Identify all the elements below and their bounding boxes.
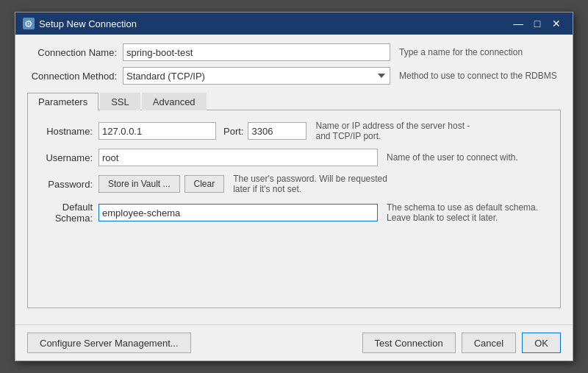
tab-ssl[interactable]: SSL: [100, 93, 140, 110]
dialog-icon: ⚙: [23, 18, 35, 29]
hostname-label: Hostname:: [40, 126, 98, 137]
connection-method-hint: Method to use to connect to the RDBMS: [399, 71, 561, 81]
close-button[interactable]: ✕: [548, 17, 565, 30]
title-bar-controls: — □ ✕: [509, 17, 565, 30]
connection-name-row: Connection Name: Type a name for the con…: [27, 43, 561, 61]
connection-name-input[interactable]: [123, 43, 390, 61]
connection-method-select[interactable]: Standard (TCP/IP) Standard (TCP/IP) over…: [123, 67, 390, 85]
dialog-footer: Configure Server Management... Test Conn…: [15, 324, 573, 360]
username-input[interactable]: [98, 149, 378, 166]
title-bar-left: ⚙ Setup New Connection: [23, 18, 137, 29]
password-row: Password: Store in Vault ... Clear The u…: [40, 174, 548, 194]
test-connection-button[interactable]: Test Connection: [362, 333, 456, 353]
minimize-button[interactable]: —: [509, 17, 527, 30]
setup-dialog: ⚙ Setup New Connection — □ ✕ Connection …: [15, 12, 573, 361]
configure-server-management-button[interactable]: Configure Server Management...: [27, 333, 191, 353]
store-in-vault-button[interactable]: Store in Vault ...: [98, 175, 180, 193]
tab-advanced[interactable]: Advanced: [142, 93, 207, 110]
default-schema-label: Default Schema:: [40, 202, 98, 224]
username-hint: Name of the user to connect with.: [387, 152, 548, 163]
default-schema-row: Default Schema: The schema to use as def…: [40, 202, 548, 224]
dialog-icon-symbol: ⚙: [24, 18, 33, 29]
connection-method-row: Connection Method: Standard (TCP/IP) Sta…: [27, 67, 561, 85]
hostname-hint: Name or IP address of the server host - …: [315, 121, 477, 141]
dialog-body: Connection Name: Type a name for the con…: [15, 35, 573, 324]
footer-right-buttons: Test Connection Cancel OK: [362, 333, 562, 353]
title-bar: ⚙ Setup New Connection — □ ✕: [15, 13, 573, 35]
tab-parameters[interactable]: Parameters: [27, 93, 98, 110]
password-buttons: Store in Vault ... Clear: [98, 175, 224, 193]
ok-button[interactable]: OK: [522, 333, 561, 353]
port-input[interactable]: [248, 122, 306, 140]
dialog-title: Setup New Connection: [39, 18, 137, 29]
password-label: Password:: [40, 179, 98, 190]
password-hint: The user's password. Will be requested l…: [233, 174, 395, 194]
hostname-input[interactable]: [98, 122, 216, 140]
maximize-button[interactable]: □: [528, 17, 546, 30]
username-label: Username:: [40, 152, 98, 163]
default-schema-hint: The schema to use as default schema. Lea…: [387, 202, 548, 223]
tabs: Parameters SSL Advanced: [27, 92, 561, 110]
hostname-row: Hostname: Port: Name or IP address of th…: [40, 121, 548, 141]
tab-content-parameters: Hostname: Port: Name or IP address of th…: [27, 110, 561, 308]
connection-name-hint: Type a name for the connection: [399, 47, 561, 57]
connection-name-label: Connection Name:: [27, 47, 123, 58]
clear-password-button[interactable]: Clear: [184, 175, 225, 193]
username-row: Username: Name of the user to connect wi…: [40, 149, 548, 166]
port-label: Port:: [223, 126, 243, 137]
connection-method-label: Connection Method:: [27, 71, 123, 82]
default-schema-input[interactable]: [98, 204, 378, 221]
cancel-button[interactable]: Cancel: [462, 333, 516, 353]
